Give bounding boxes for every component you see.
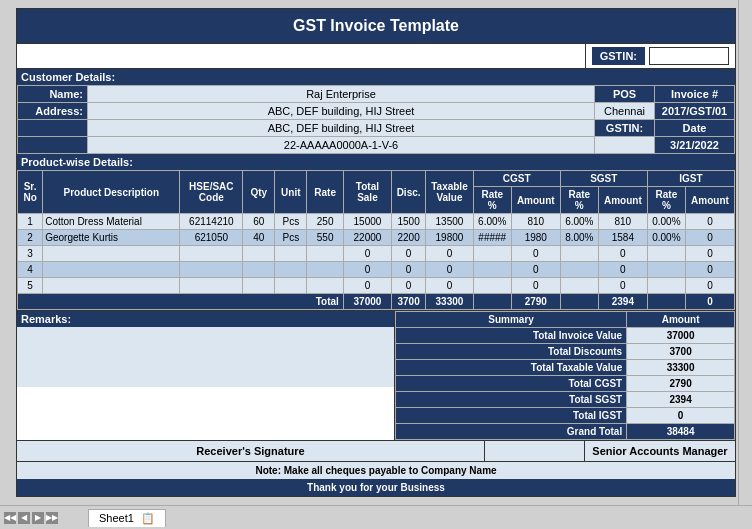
remarks-section: Remarks: bbox=[17, 311, 395, 440]
th-cgst-rate: Rate % bbox=[473, 187, 511, 214]
cell-igst-rate: 0.00% bbox=[647, 230, 685, 246]
summary-row-value: 37000 bbox=[627, 328, 735, 344]
invoice-label: Invoice # bbox=[655, 86, 735, 103]
summary-row-label: Total Invoice Value bbox=[396, 328, 627, 344]
summary-header-row: Summary Amount bbox=[396, 312, 735, 328]
cell-sr: 4 bbox=[18, 262, 43, 278]
cell-qty: 60 bbox=[243, 214, 275, 230]
summary-row: Total IGST 0 bbox=[396, 408, 735, 424]
cell-disc: 2200 bbox=[391, 230, 425, 246]
cell-qty bbox=[243, 278, 275, 294]
cell-cgst-rate: 6.00% bbox=[473, 214, 511, 230]
th-sgst-amount: Amount bbox=[598, 187, 647, 214]
cell-unit: Pcs bbox=[275, 214, 307, 230]
cell-taxable: 0 bbox=[426, 262, 473, 278]
address-line2: ABC, DEF building, HIJ Street bbox=[88, 120, 595, 137]
cell-disc: 0 bbox=[391, 278, 425, 294]
scrollbar[interactable] bbox=[738, 0, 752, 505]
product-section-label: Product-wise Details: bbox=[21, 156, 133, 168]
gstin-row: GSTIN: bbox=[17, 44, 735, 69]
cell-cgst-rate: ##### bbox=[473, 230, 511, 246]
cell-sgst-rate bbox=[560, 278, 598, 294]
cell-unit bbox=[275, 262, 307, 278]
cell-rate bbox=[307, 246, 344, 262]
cell-hse bbox=[180, 262, 243, 278]
cell-unit bbox=[275, 246, 307, 262]
cell-sgst-amt: 810 bbox=[598, 214, 647, 230]
total-disc: 3700 bbox=[391, 294, 425, 310]
cell-sr: 3 bbox=[18, 246, 43, 262]
nav-last[interactable]: ▶▶ bbox=[46, 512, 58, 524]
th-total-sale: Total Sale bbox=[343, 171, 391, 214]
cell-igst-amt: 0 bbox=[685, 262, 734, 278]
cell-cgst-amt: 0 bbox=[511, 262, 560, 278]
pos-value: Chennai bbox=[595, 103, 655, 120]
address-label2 bbox=[18, 120, 88, 137]
cell-rate bbox=[307, 278, 344, 294]
cell-disc: 1500 bbox=[391, 214, 425, 230]
cell-cgst-rate bbox=[473, 246, 511, 262]
cell-cgst-amt: 0 bbox=[511, 246, 560, 262]
cell-sgst-rate: 8.00% bbox=[560, 230, 598, 246]
table-row: 2 Georgette Kurtis 621050 40 Pcs 550 220… bbox=[18, 230, 735, 246]
th-unit: Unit bbox=[275, 171, 307, 214]
remarks-content bbox=[17, 327, 394, 387]
summary-row-label: Total CGST bbox=[396, 376, 627, 392]
cell-taxable: 0 bbox=[426, 246, 473, 262]
summary-row-label: Total Discounts bbox=[396, 344, 627, 360]
cell-sgst-rate: 6.00% bbox=[560, 214, 598, 230]
product-table: Sr.No Product Description HSE/SACCode Qt… bbox=[17, 170, 735, 310]
summary-section: Summary Amount Total Invoice Value 37000… bbox=[395, 311, 735, 440]
summary-table: Summary Amount Total Invoice Value 37000… bbox=[395, 311, 735, 440]
cell-desc bbox=[43, 262, 180, 278]
gstin-field: GSTIN: bbox=[586, 44, 735, 68]
cell-igst-rate bbox=[647, 246, 685, 262]
thankyou-row: Thank you for your Business bbox=[17, 479, 735, 496]
summary-row: Total Taxable Value 33300 bbox=[396, 360, 735, 376]
cell-totalsale: 0 bbox=[343, 246, 391, 262]
gstin-val: 22-AAAAA0000A-1-V-6 bbox=[88, 137, 595, 154]
summary-row-label: Total Taxable Value bbox=[396, 360, 627, 376]
th-taxable: TaxableValue bbox=[426, 171, 473, 214]
total-sgst-amt: 2394 bbox=[598, 294, 647, 310]
date-label: Date bbox=[655, 120, 735, 137]
nav-next[interactable]: ▶ bbox=[32, 512, 44, 524]
cell-igst-rate: 0.00% bbox=[647, 214, 685, 230]
th-cgst-amount: Amount bbox=[511, 187, 560, 214]
cell-igst-amt: 0 bbox=[685, 214, 734, 230]
cell-totalsale: 0 bbox=[343, 278, 391, 294]
cell-cgst-rate bbox=[473, 262, 511, 278]
cell-igst-rate bbox=[647, 278, 685, 294]
total-label: Total bbox=[18, 294, 344, 310]
note-row: Note: Make all cheques payable to Compan… bbox=[17, 461, 735, 479]
sheet-nav-arrows[interactable]: ◀◀ ◀ ▶ ▶▶ bbox=[4, 512, 58, 524]
cell-desc: Georgette Kurtis bbox=[43, 230, 180, 246]
sheet-tab[interactable]: Sheet1 📋 bbox=[88, 509, 166, 527]
cell-disc: 0 bbox=[391, 262, 425, 278]
table-row: 3 0 0 0 0 0 0 bbox=[18, 246, 735, 262]
sig-middle-space bbox=[485, 441, 585, 461]
cell-rate bbox=[307, 262, 344, 278]
cell-cgst-amt: 1980 bbox=[511, 230, 560, 246]
cell-sgst-amt: 0 bbox=[598, 278, 647, 294]
table-header-row1: Sr.No Product Description HSE/SACCode Qt… bbox=[18, 171, 735, 187]
summary-row-value: 0 bbox=[627, 408, 735, 424]
th-disc: Disc. bbox=[391, 171, 425, 214]
cell-hse bbox=[180, 246, 243, 262]
nav-first[interactable]: ◀◀ bbox=[4, 512, 16, 524]
gstin-input[interactable] bbox=[649, 47, 729, 65]
table-row: 1 Cotton Dress Material 62114210 60 Pcs … bbox=[18, 214, 735, 230]
cell-sgst-amt: 1584 bbox=[598, 230, 647, 246]
nav-prev[interactable]: ◀ bbox=[18, 512, 30, 524]
receiver-label: Receiver's Signature bbox=[196, 445, 304, 457]
summary-row-value: 3700 bbox=[627, 344, 735, 360]
cell-hse bbox=[180, 278, 243, 294]
cell-sgst-rate bbox=[560, 246, 598, 262]
th-sgst: SGST bbox=[560, 171, 647, 187]
cell-sr: 5 bbox=[18, 278, 43, 294]
customer-section-label: Customer Details: bbox=[21, 71, 115, 83]
cell-desc: Cotton Dress Material bbox=[43, 214, 180, 230]
cell-igst-rate bbox=[647, 262, 685, 278]
cell-totalsale: 0 bbox=[343, 262, 391, 278]
summary-row: Grand Total 38484 bbox=[396, 424, 735, 440]
